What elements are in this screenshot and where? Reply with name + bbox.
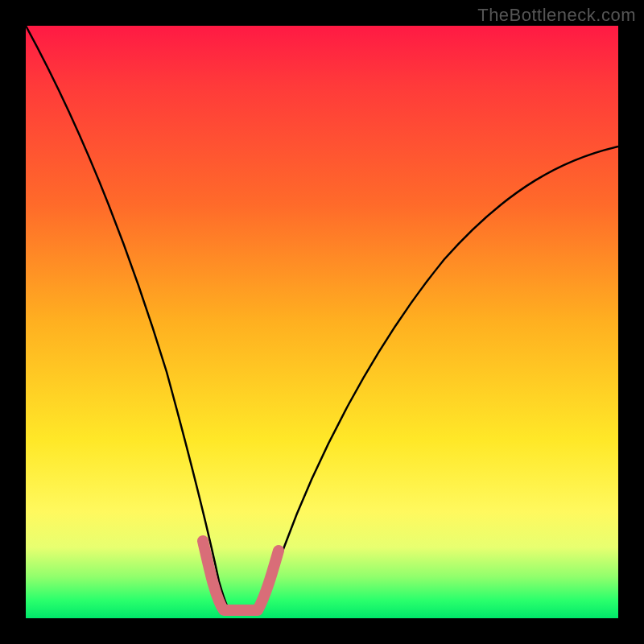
chart-frame: TheBottleneck.com xyxy=(0,0,644,644)
plot-area xyxy=(26,26,618,618)
optimal-zone-highlight xyxy=(203,541,279,610)
curve-svg xyxy=(26,26,618,618)
bottleneck-curve xyxy=(26,26,618,613)
watermark-text: TheBottleneck.com xyxy=(477,5,636,26)
